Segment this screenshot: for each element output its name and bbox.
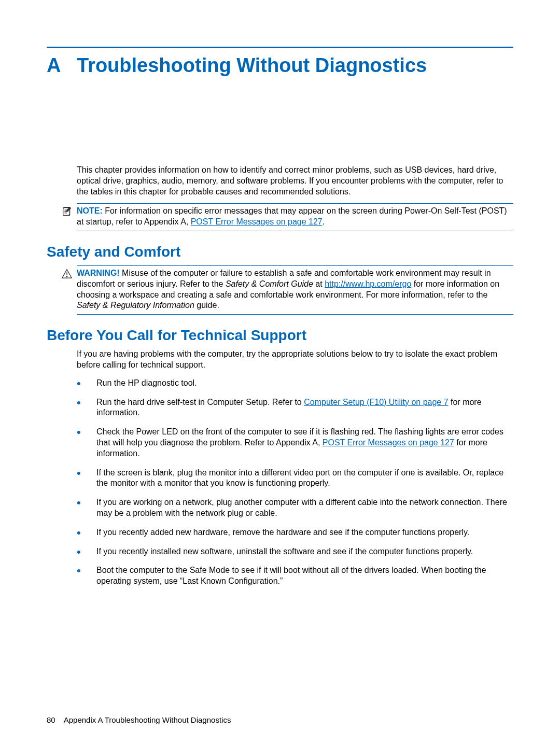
link-post-errors[interactable]: POST Error Messages on page 127	[323, 438, 454, 447]
chapter-title: ATroubleshooting Without Diagnostics	[47, 54, 513, 77]
list-item: If you recently added new hardware, remo…	[77, 527, 513, 538]
warning-block: WARNING! Misuse of the computer or failu…	[77, 265, 513, 315]
note-block: NOTE: For information on specific error …	[77, 203, 513, 231]
bullet-text: If the screen is blank, plug the monitor…	[96, 468, 503, 488]
safety-heading: Safety and Comfort	[47, 244, 513, 260]
link-computer-setup[interactable]: Computer Setup (F10) Utility on page 7	[304, 398, 448, 406]
warning-link-ergo[interactable]: http://www.hp.com/ergo	[325, 279, 411, 288]
bullet-text: If you recently installed new software, …	[96, 547, 473, 556]
bullet-text: If you recently added new hardware, remo…	[96, 528, 469, 537]
top-rule	[47, 47, 513, 48]
support-heading: Before You Call for Technical Support	[47, 327, 513, 344]
chapter-letter: A	[47, 54, 77, 77]
support-bullets: Run the HP diagnostic tool. Run the hard…	[77, 378, 513, 587]
bullet-text: Run the hard drive self-test in Computer…	[96, 398, 304, 406]
footer-line: Appendix A Troubleshooting Without Diagn…	[64, 715, 231, 724]
bullet-text: If you are working on a network, plug an…	[96, 498, 507, 517]
warning-icon	[61, 268, 73, 279]
list-item: Run the hard drive self-test in Computer…	[77, 397, 513, 419]
list-item: If you recently installed new software, …	[77, 546, 513, 557]
list-item: Run the HP diagnostic tool.	[77, 378, 513, 389]
note-icon	[61, 206, 73, 217]
page-footer: 80Appendix A Troubleshooting Without Dia…	[47, 715, 231, 724]
chapter-title-text: Troubleshooting Without Diagnostics	[77, 54, 427, 76]
warning-italic-2: Safety & Regulatory Information	[77, 301, 194, 310]
intro-paragraph: This chapter provides information on how…	[77, 165, 513, 197]
note-text-after: .	[323, 217, 325, 226]
bullet-text: Run the HP diagnostic tool.	[96, 378, 197, 387]
warning-label: WARNING!	[77, 269, 120, 277]
warning-text-4: guide.	[194, 301, 219, 310]
bullet-text: Boot the computer to the Safe Mode to se…	[96, 566, 486, 585]
list-item: If the screen is blank, plug the monitor…	[77, 468, 513, 489]
note-label: NOTE:	[77, 206, 103, 215]
note-link-post-errors[interactable]: POST Error Messages on page 127	[191, 217, 323, 226]
list-item: Check the Power LED on the front of the …	[77, 427, 513, 459]
warning-text-2: at	[313, 279, 325, 288]
svg-point-5	[66, 276, 67, 277]
page-number: 80	[47, 715, 55, 724]
list-item: Boot the computer to the Safe Mode to se…	[77, 565, 513, 587]
support-intro: If you are having problems with the comp…	[77, 349, 513, 371]
list-item: If you are working on a network, plug an…	[77, 497, 513, 519]
warning-italic-1: Safety & Comfort Guide	[226, 279, 313, 288]
